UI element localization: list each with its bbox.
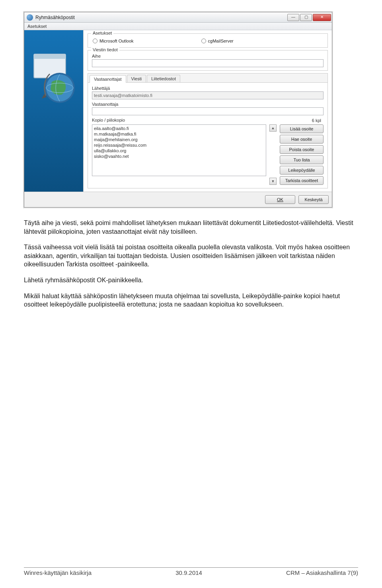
clipboard-button[interactable]: Leikepöydälle — [280, 166, 324, 175]
tab-liitetiedostot[interactable]: Liitetiedostot — [147, 75, 180, 82]
footer-center: 30.9.2014 — [175, 569, 202, 576]
side-illustration — [24, 30, 83, 192]
paragraph: Täytä aihe ja viesti, sekä poimi mahdoll… — [24, 219, 358, 236]
kopio-count: 6 kpl — [312, 118, 324, 123]
settings-legend: Asetukset — [91, 31, 113, 35]
svg-rect-1 — [34, 54, 66, 59]
address-listbox[interactable]: eila.aalto@aalto.fi m.matkaaja@matka.fi … — [92, 124, 266, 176]
radio-cgmailserver-label: cgMailServer — [208, 39, 234, 43]
radio-icon — [93, 39, 97, 43]
radio-cgmailserver[interactable]: cgMailServer — [201, 39, 234, 43]
page-footer: Winres-käyttäjän käsikirja 30.9.2014 CRM… — [24, 567, 358, 576]
radio-outlook-label: Microsoft Outlook — [99, 39, 134, 43]
footer-left: Winres-käyttäjän käsikirja — [24, 569, 92, 576]
footer-right: CRM – Asiakashallinta 7(9) — [286, 569, 358, 576]
app-icon — [27, 14, 33, 21]
window-titlebar: Ryhmäsähköpostit — ▢ ✕ — [24, 12, 332, 23]
delete-address-button[interactable]: Poista osoite — [280, 145, 324, 154]
tab-vastaanottajat[interactable]: Vastaanottajat — [90, 75, 126, 83]
tab-viesti[interactable]: Viesti — [127, 75, 146, 82]
scroll-down-button[interactable]: ▼ — [269, 178, 277, 185]
radio-icon — [201, 39, 206, 43]
menu-asetukset[interactable]: Asetukset — [24, 23, 332, 30]
aihe-label: Aihe — [92, 54, 324, 58]
list-item[interactable]: m.matkaaja@matka.fi — [94, 131, 264, 137]
list-item[interactable]: maija@mehilainen.org — [94, 137, 264, 142]
scroll-up-button[interactable]: ▲ — [269, 124, 277, 132]
import-list-button[interactable]: Tuo lista — [280, 155, 324, 164]
kopio-label: Kopio / piilokopio — [92, 118, 312, 122]
check-addresses-button[interactable]: Tarkista osoitteet — [280, 176, 324, 185]
maximize-button[interactable]: ▢ — [300, 14, 312, 21]
cancel-button[interactable]: Keskeytä — [298, 195, 329, 204]
aihe-input[interactable] — [92, 59, 324, 67]
minimize-button[interactable]: — — [287, 14, 299, 21]
list-item[interactable]: reijo.reissaaja@reissu.com — [94, 142, 264, 148]
list-item[interactable]: ulla@ullakko.org — [94, 148, 264, 153]
document-body: Täytä aihe ja viesti, sekä poimi mahdoll… — [24, 219, 358, 309]
window-title: Ryhmäsähköpostit — [35, 15, 286, 20]
paragraph: Tässä vaiheessa voit vielä lisätä tai po… — [24, 243, 358, 269]
message-legend: Viestin tiedot — [91, 47, 119, 52]
list-item[interactable]: eila.aalto@aalto.fi — [94, 126, 264, 131]
radio-outlook[interactable]: Microsoft Outlook — [93, 39, 134, 43]
globe-window-icon — [30, 50, 78, 110]
message-groupbox: Viestin tiedot Aihe — [88, 50, 328, 71]
tabs-container: Vastaanottajat Viesti Liitetiedostot Läh… — [88, 73, 328, 188]
settings-groupbox: Asetukset Microsoft Outlook cgMailServer — [88, 33, 328, 48]
ok-button[interactable]: OK — [265, 195, 295, 204]
screenshot-group-email-dialog: Ryhmäsähköpostit — ▢ ✕ Asetukset — [24, 12, 358, 208]
add-address-button[interactable]: Lisää osoite — [280, 124, 324, 133]
close-button[interactable]: ✕ — [313, 14, 331, 21]
paragraph: Mikäli haluat käyttää sähköpostin lähety… — [24, 292, 358, 309]
vastaanottaja-input[interactable] — [92, 107, 324, 115]
get-address-button[interactable]: Hae osoite — [280, 135, 324, 144]
lahettaja-input[interactable] — [92, 91, 324, 99]
vastaanottaja-label: Vastaanottaja — [92, 102, 324, 107]
paragraph: Lähetä ryhmäsähköpostit OK-painikkeella. — [24, 276, 358, 285]
lahettaja-label: Lähettäjä — [92, 86, 324, 91]
list-item[interactable]: sisko@vaahto.net — [94, 153, 264, 159]
